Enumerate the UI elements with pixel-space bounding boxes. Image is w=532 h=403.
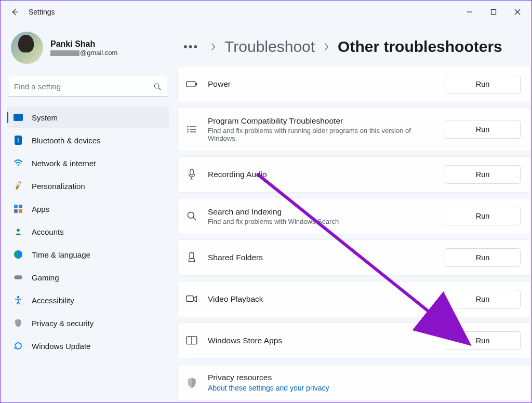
profile-email: @gmail.com: [50, 49, 117, 57]
maximize-icon: [490, 9, 497, 15]
troubleshooter-row-power: Power Run: [177, 66, 530, 102]
troubleshooter-title: Power: [208, 79, 435, 89]
svg-point-7: [17, 229, 20, 232]
monitor-icon: [13, 114, 23, 121]
troubleshooter-title: Windows Store Apps: [208, 336, 435, 345]
svg-point-16: [187, 131, 189, 133]
email-obscured: [50, 50, 79, 56]
store-apps-icon: [185, 336, 198, 345]
sidebar-item-update[interactable]: Windows Update: [7, 335, 169, 357]
sidebar-item-label: Bluetooth & devices: [32, 136, 101, 145]
search-input[interactable]: [14, 82, 153, 91]
run-button-shared[interactable]: Run: [445, 248, 521, 267]
sidebar-item-personalization[interactable]: 🖌 Personalization: [7, 175, 169, 197]
minimize-icon: [467, 9, 473, 15]
shield-icon: [185, 377, 198, 389]
sidebar: Panki Shah @gmail.com System ⌇ Bluetooth…: [1, 23, 177, 402]
microphone-icon: [185, 169, 198, 180]
search-icon: [153, 83, 162, 91]
sidebar-item-label: Accessibility: [32, 296, 74, 305]
sidebar-nav: System ⌇ Bluetooth & devices Network & i…: [7, 106, 169, 357]
wifi-icon: [13, 159, 23, 167]
svg-rect-22: [187, 296, 193, 302]
privacy-link[interactable]: About these settings and your privacy: [208, 384, 521, 392]
svg-point-6: [18, 164, 19, 166]
svg-point-9: [17, 296, 19, 298]
sidebar-item-label: Gaming: [32, 273, 59, 282]
close-icon: [514, 9, 521, 15]
apps-icon: [13, 205, 23, 213]
sidebar-item-system[interactable]: System: [7, 106, 169, 128]
svg-line-5: [158, 88, 161, 90]
troubleshooter-row-search: Search and Indexing Find and fix problem…: [177, 198, 530, 234]
breadcrumb-more-button[interactable]: •••: [180, 40, 202, 53]
troubleshooter-title: Program Compatibility Troubleshooter: [208, 116, 435, 126]
sidebar-item-accounts[interactable]: Accounts: [7, 221, 169, 243]
update-icon: [13, 341, 23, 351]
breadcrumb-current: Other troubleshooters: [338, 38, 502, 56]
svg-point-19: [188, 212, 194, 219]
sidebar-item-bluetooth[interactable]: ⌇ Bluetooth & devices: [7, 129, 169, 151]
svg-point-14: [187, 129, 189, 130]
sidebar-item-network[interactable]: Network & internet: [7, 152, 169, 174]
close-button[interactable]: [506, 4, 529, 20]
brush-icon: 🖌: [12, 180, 25, 192]
accessibility-icon: [13, 295, 23, 305]
sidebar-item-label: Accounts: [32, 227, 64, 236]
bluetooth-icon: ⌇: [13, 136, 23, 145]
gamepad-icon: [13, 274, 23, 281]
sidebar-item-label: Time & language: [32, 250, 90, 259]
minimize-button[interactable]: [458, 4, 482, 20]
profile-name: Panki Shah: [50, 39, 117, 49]
troubleshooter-row-compat: Program Compatibility Troubleshooter Fin…: [177, 108, 530, 151]
breadcrumb-link-troubleshoot[interactable]: Troubleshoot: [224, 38, 315, 56]
sidebar-item-label: Personalization: [32, 182, 85, 191]
troubleshooter-list: Power Run Program Compatibility Troubles…: [177, 66, 531, 401]
run-button-compat[interactable]: Run: [445, 120, 521, 139]
run-button-power[interactable]: Run: [445, 75, 521, 93]
sidebar-item-privacy[interactable]: Privacy & security: [7, 312, 169, 334]
sidebar-item-gaming[interactable]: Gaming: [7, 266, 169, 288]
svg-rect-11: [196, 83, 197, 85]
svg-rect-1: [491, 10, 496, 15]
sidebar-item-label: Apps: [32, 205, 49, 213]
profile-block[interactable]: Panki Shah @gmail.com: [7, 29, 169, 74]
svg-line-20: [193, 218, 196, 221]
avatar: [11, 32, 43, 64]
svg-rect-21: [190, 253, 194, 259]
troubleshooter-row-shared: Shared Folders Run: [177, 239, 530, 276]
svg-point-4: [154, 84, 159, 88]
search-box[interactable]: [9, 76, 167, 97]
titlebar: Settings: [1, 1, 531, 23]
troubleshooter-title: Search and Indexing: [208, 207, 435, 217]
person-icon: [13, 227, 23, 236]
sidebar-item-label: Privacy & security: [32, 319, 94, 328]
svg-point-12: [187, 126, 189, 128]
window-controls: [458, 4, 529, 20]
troubleshooter-row-store: Windows Store Apps Run: [177, 323, 530, 359]
breadcrumb: ••• Troubleshoot Other troubleshooters: [177, 34, 531, 66]
arrow-left-icon: [10, 7, 19, 17]
sidebar-item-apps[interactable]: Apps: [7, 198, 169, 220]
sidebar-item-label: Windows Update: [32, 342, 90, 351]
privacy-resources-card: Privacy resources About these settings a…: [177, 364, 530, 401]
troubleshooter-title: Recording Audio: [208, 170, 435, 179]
troubleshooter-row-video: Video Playback Run: [177, 281, 530, 317]
back-button[interactable]: [10, 7, 21, 17]
chevron-right-icon: [323, 43, 329, 51]
sidebar-item-time[interactable]: Time & language: [7, 244, 169, 265]
maximize-button[interactable]: [482, 4, 506, 20]
window-title: Settings: [29, 8, 55, 16]
run-button-store[interactable]: Run: [445, 331, 521, 350]
shield-icon: [13, 318, 23, 328]
run-button-recording[interactable]: Run: [445, 165, 521, 184]
run-button-search[interactable]: Run: [445, 207, 521, 225]
sidebar-item-label: System: [32, 113, 58, 122]
sidebar-item-accessibility[interactable]: Accessibility: [7, 289, 169, 311]
run-button-video[interactable]: Run: [445, 290, 521, 308]
search-icon: [185, 211, 198, 221]
main-content: ••• Troubleshoot Other troubleshooters P…: [177, 23, 531, 402]
svg-rect-8: [15, 275, 22, 279]
troubleshooter-title: Shared Folders: [208, 253, 435, 262]
video-icon: [185, 295, 198, 303]
